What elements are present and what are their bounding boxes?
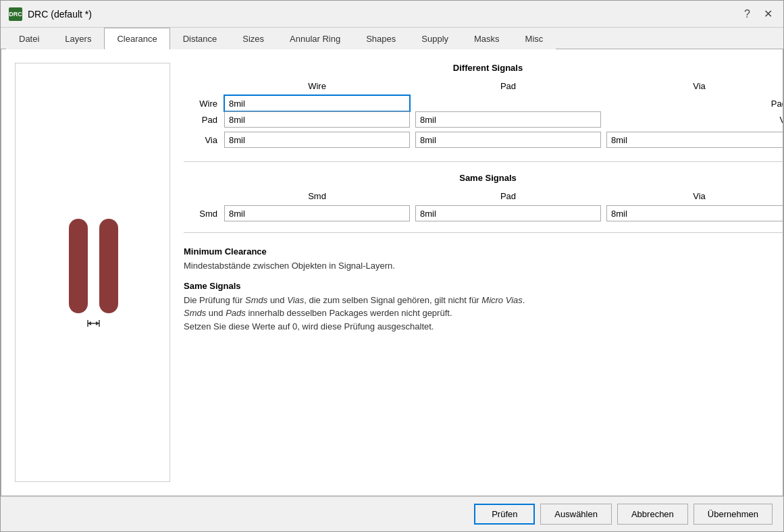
pruefen-button[interactable]: Prüfen: [474, 504, 535, 525]
tab-sizes[interactable]: Sizes: [230, 28, 277, 49]
ss-col-header-pad: Pad: [415, 191, 601, 201]
app-icon: DRC: [9, 7, 22, 21]
footer: Prüfen Auswählen Abbrechen Übernehmen: [1, 496, 783, 531]
title-bar: DRC DRC (default *) ? ✕: [1, 1, 783, 28]
description-area: Minimum Clearance Mindestabstände zwisch…: [184, 244, 783, 344]
ss-col-header-smd: Smd: [224, 191, 410, 201]
wire-row-label: Wire: [184, 99, 224, 109]
svg-rect-0: [69, 219, 88, 313]
content-area: Different Signals Wire Pad Via Wire: [1, 49, 783, 496]
auswaehlen-button[interactable]: Auswählen: [540, 504, 612, 525]
ds-via-row: Via: [184, 132, 783, 148]
tab-bar: Datei Layers Clearance Distance Sizes An…: [1, 28, 783, 49]
different-signals-title: Different Signals: [184, 63, 783, 73]
pad-wire-input[interactable]: [224, 111, 410, 128]
same-signals-section: Same Signals Smd Pad Via Smd: [184, 173, 783, 221]
ds-pad-row: Pad Via: [184, 111, 783, 128]
window-title: DRC (default *): [28, 9, 92, 20]
min-clearance-text: Mindestabstände zwischen Objekten in Sig…: [184, 259, 783, 273]
tab-annular-ring[interactable]: Annular Ring: [277, 28, 353, 49]
tab-layers[interactable]: Layers: [52, 28, 104, 49]
diagram-svg: [38, 205, 147, 340]
tab-distance[interactable]: Distance: [170, 28, 230, 49]
help-button[interactable]: ?: [741, 7, 753, 22]
via-col-label-pad-row: Via: [779, 115, 783, 125]
smd-pad-input[interactable]: [415, 205, 601, 221]
ds-col-header-pad: Pad: [415, 81, 601, 91]
min-clearance-title: Minimum Clearance: [184, 246, 783, 257]
main-window: DRC DRC (default *) ? ✕ Datei Layers Cle…: [0, 0, 784, 532]
uebernehmen-button[interactable]: Übernehmen: [694, 504, 773, 525]
description-divider: [184, 232, 783, 233]
ss-col-header-via: Via: [606, 191, 783, 201]
ss-smd-row: Smd: [184, 205, 783, 221]
tab-masks[interactable]: Masks: [461, 28, 513, 49]
different-signals-section: Different Signals Wire Pad Via Wire: [184, 63, 783, 148]
smd-via-input[interactable]: [606, 205, 783, 221]
section-divider: [184, 161, 783, 162]
app-icon-label: DRC: [9, 11, 22, 18]
tab-shapes[interactable]: Shapes: [353, 28, 409, 49]
pad-row-label: Pad: [184, 115, 224, 125]
tab-misc[interactable]: Misc: [513, 28, 556, 49]
svg-rect-1: [99, 219, 118, 313]
ss-col-headers: Smd Pad Via: [184, 191, 783, 201]
ds-col-header-via: Via: [606, 81, 783, 91]
via-wire-input[interactable]: [224, 132, 410, 148]
main-area: Different Signals Wire Pad Via Wire: [15, 63, 769, 482]
abbrechen-button[interactable]: Abbrechen: [617, 504, 688, 525]
same-signals-desc-text: Die Prüfung für Smds und Vias, die zum s…: [184, 294, 783, 334]
title-bar-controls: ? ✕: [741, 6, 775, 22]
close-button[interactable]: ✕: [761, 6, 775, 22]
smd-row-label: Smd: [184, 209, 224, 219]
tab-supply[interactable]: Supply: [409, 28, 461, 49]
pad-col-label-wire-row: Pad: [771, 99, 783, 109]
pad-pad-input[interactable]: [415, 111, 601, 128]
via-pad-input[interactable]: [415, 132, 601, 148]
clearance-diagram: [15, 63, 170, 482]
ds-wire-row: Wire Pad: [184, 95, 783, 111]
wire-wire-input[interactable]: [224, 95, 410, 111]
tab-datei[interactable]: Datei: [6, 28, 52, 49]
tab-clearance[interactable]: Clearance: [104, 28, 169, 49]
ds-col-header-wire: Wire: [224, 81, 410, 91]
via-via-input[interactable]: [606, 132, 783, 148]
title-bar-left: DRC DRC (default *): [9, 7, 92, 21]
same-signals-title: Same Signals: [184, 173, 783, 183]
ds-col-headers: Wire Pad Via: [184, 81, 783, 91]
form-panel: Different Signals Wire Pad Via Wire: [184, 63, 783, 482]
smd-smd-input[interactable]: [224, 205, 410, 221]
via-row-label: Via: [184, 135, 224, 145]
same-signals-desc-title: Same Signals: [184, 281, 783, 291]
